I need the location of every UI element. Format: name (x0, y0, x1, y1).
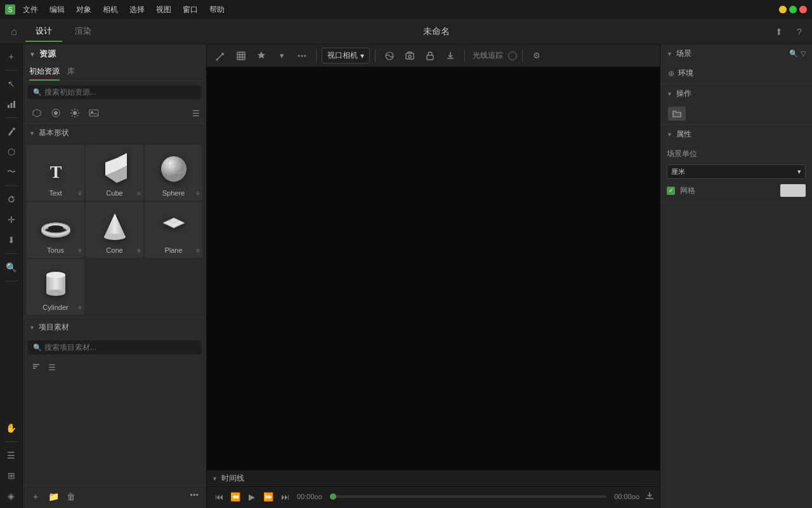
shape-cone-options[interactable]: ≡ (137, 247, 141, 254)
add-asset-button[interactable]: + (28, 489, 43, 504)
minimize-button[interactable] (779, 6, 787, 13)
vp-camera-export-button[interactable] (442, 48, 459, 64)
project-assets-header[interactable]: ▼ 项目素材 (23, 318, 206, 337)
grid-tool-button[interactable]: ⊞ (2, 466, 21, 485)
folder-button[interactable]: 📁 (46, 489, 61, 504)
badge-tool-button[interactable]: ◈ (2, 486, 21, 505)
filter-material-icon[interactable] (48, 105, 63, 121)
vp-camera-orbit-button[interactable] (381, 48, 398, 64)
rotate-tool-button[interactable] (2, 190, 21, 209)
home-button[interactable]: ⌂ (5, 23, 23, 41)
ops-folder-button[interactable] (668, 107, 686, 121)
vp-snap-button[interactable] (252, 48, 270, 64)
scene-section-header[interactable]: ▼ 场景 🔍 ▽ (660, 44, 812, 63)
menu-select[interactable]: 选择 (124, 3, 150, 17)
close-button[interactable] (799, 6, 807, 13)
timeline-prev-button[interactable]: ⏪ (228, 490, 242, 504)
timeline-scrubber[interactable] (330, 495, 606, 498)
list-view-toggle[interactable]: ☰ (192, 109, 200, 118)
menu-object[interactable]: 对象 (71, 3, 96, 17)
delete-asset-button[interactable]: 🗑 (63, 489, 79, 504)
share-button[interactable]: ⬆ (771, 24, 787, 39)
add-tool-button[interactable]: + (2, 47, 21, 66)
shape-sphere[interactable]: Sphere ≡ (145, 145, 202, 201)
move-tool-button[interactable]: ✛ (2, 210, 21, 229)
assets-search-bar: 🔍 (28, 85, 201, 99)
env-label: 环境 (678, 68, 693, 79)
basic-shapes-section-header[interactable]: ▼ 基本形状 (23, 124, 206, 142)
timeline-collapse-button[interactable]: ▼ (212, 476, 218, 482)
scene-filter-icon[interactable]: ▽ (801, 50, 806, 58)
timeline-export-button[interactable] (645, 491, 655, 503)
import-button[interactable]: ⬇ (2, 231, 21, 250)
scene-search-icon[interactable]: 🔍 (789, 50, 798, 58)
menu-camera[interactable]: 相机 (98, 3, 123, 17)
viewport-canvas[interactable] (207, 67, 660, 470)
vp-transform-button[interactable] (212, 48, 230, 64)
shape-torus-options[interactable]: ≡ (78, 247, 82, 254)
shape-torus-label: Torus (47, 246, 64, 254)
menu-view[interactable]: 视图 (151, 3, 176, 17)
vp-frame-button[interactable] (232, 48, 250, 64)
timeline-scrubber-handle[interactable] (330, 493, 336, 500)
filter-light-icon[interactable] (67, 105, 82, 121)
hand-tool-button[interactable]: ✋ (2, 418, 21, 438)
vp-settings-button[interactable]: ⚙ (528, 48, 546, 64)
list-tool-button[interactable]: ☰ (2, 446, 21, 465)
maximize-button[interactable] (789, 6, 797, 13)
separator-4 (5, 253, 18, 254)
raytracing-toggle[interactable] (508, 51, 517, 60)
timeline-skip-end-button[interactable]: ⏭ (278, 490, 292, 504)
project-search-input[interactable] (44, 343, 196, 352)
operations-section-header[interactable]: ▼ 操作 (660, 84, 812, 103)
morph-tool-button[interactable]: 〜 (2, 163, 21, 182)
shape-text-options[interactable]: ≡ (78, 190, 82, 197)
menu-help[interactable]: 帮助 (204, 3, 230, 17)
tab-initial-assets[interactable]: 初始资源 (29, 64, 60, 81)
help-button[interactable]: ? (792, 24, 807, 39)
properties-section-header[interactable]: ▼ 属性 (660, 125, 812, 144)
more-options-button[interactable]: ••• (187, 489, 201, 504)
camera-select[interactable]: 视口相机 ▾ (322, 48, 370, 64)
vp-snap-dropdown[interactable]: ▾ (273, 48, 291, 64)
shape-cylinder[interactable]: Cylinder ≡ (27, 259, 84, 315)
select-tool-button[interactable]: ↖ (2, 74, 21, 93)
search-tool-button[interactable]: 🔍 (2, 258, 21, 277)
vp-camera-frame-button[interactable] (401, 48, 419, 64)
vp-more-button[interactable] (293, 48, 311, 64)
menu-edit[interactable]: 编辑 (44, 3, 70, 17)
shape-text[interactable]: T Text ≡ (27, 145, 84, 201)
paint-tool-button[interactable] (2, 122, 21, 141)
analytics-button[interactable] (2, 95, 21, 114)
shape-cone[interactable]: Cone ≡ (86, 202, 143, 258)
shape-torus[interactable]: Torus ≡ (27, 202, 84, 258)
vp-separator-3 (464, 50, 465, 62)
timeline-skip-start-button[interactable]: ⏮ (212, 490, 226, 504)
timeline-next-button[interactable]: ⏩ (261, 490, 275, 504)
menu-file[interactable]: 文件 (18, 3, 43, 17)
shape-cube[interactable]: Cube ≡ (86, 145, 143, 201)
shape-plane-options[interactable]: ≡ (196, 247, 200, 254)
grid-color-box[interactable] (780, 184, 806, 197)
project-sort-button[interactable] (29, 361, 43, 374)
object-tool-button[interactable]: ⬡ (2, 142, 21, 161)
project-list-button[interactable]: ☰ (46, 361, 58, 373)
tab-design[interactable]: 设计 (25, 22, 62, 42)
shape-sphere-options[interactable]: ≡ (196, 190, 200, 197)
shape-cube-options[interactable]: ≡ (137, 190, 141, 197)
assets-search-input[interactable] (44, 88, 196, 97)
shape-plane[interactable]: Plane ≡ (145, 202, 202, 258)
timeline-play-button[interactable]: ▶ (245, 490, 259, 504)
filter-image-icon[interactable] (86, 105, 102, 121)
tab-render[interactable]: 渲染 (65, 22, 102, 42)
filter-3d-icon[interactable] (29, 105, 44, 121)
env-item-environment[interactable]: ⊕ 环境 (667, 65, 806, 81)
shape-cylinder-options[interactable]: ≡ (78, 304, 82, 311)
assets-collapse-button[interactable]: ▼ (29, 51, 36, 58)
timeline-time-start: 00:00oo (294, 493, 325, 500)
grid-checkbox[interactable]: ✓ (667, 187, 675, 195)
menu-window[interactable]: 窗口 (178, 3, 203, 17)
vp-camera-lock-button[interactable] (421, 48, 439, 64)
units-select[interactable]: 厘米 ▾ (667, 164, 806, 179)
tab-library[interactable]: 库 (67, 64, 75, 81)
